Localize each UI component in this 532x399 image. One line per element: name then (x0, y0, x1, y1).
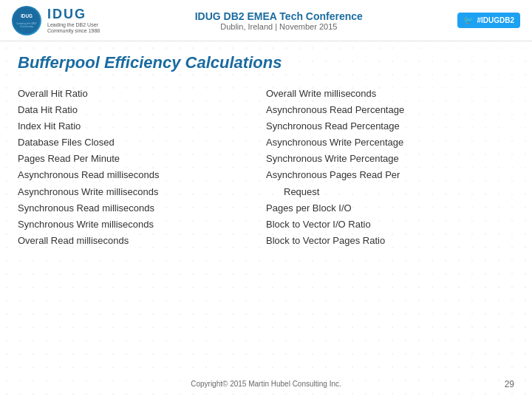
footer-copyright: Copyright© 2015 Martin Hubel Consulting … (183, 380, 349, 388)
svg-text:Leading the DB2: Leading the DB2 (17, 21, 37, 24)
logo-tagline2: Community since 1988 (47, 28, 100, 34)
page-number: 29 (505, 379, 514, 389)
svg-text:Community: Community (20, 25, 33, 28)
list-item: Pages per Block I/O (266, 200, 499, 216)
svg-text:IDUG: IDUG (21, 13, 33, 18)
left-column: Overall Hit Ratio Data Hit Ratio Index H… (18, 86, 266, 249)
logo-text: IDUG Leading the DB2 User Community sinc… (47, 7, 100, 35)
logo-area: IDUG Leading the DB2 Community IDUG Lead… (12, 6, 100, 35)
twitter-handle: #IDUGDB2 (477, 16, 514, 24)
list-item: Database Files Closed (18, 134, 251, 151)
list-item: Asynchronous Pages Read Per (266, 167, 499, 183)
list-item: Request (266, 184, 499, 200)
page-header: IDUG Leading the DB2 Community IDUG Lead… (0, 0, 532, 41)
main-content: Bufferpool Efficiency Calculations Overa… (0, 41, 532, 261)
logo-tagline: Leading the DB2 User (47, 22, 100, 28)
list-item: Asynchronous Write milliseconds (18, 184, 251, 200)
list-item: Synchronous Read milliseconds (18, 200, 251, 216)
list-item: Pages Read Per Minute (18, 151, 251, 167)
page-footer: Copyright© 2015 Martin Hubel Consulting … (0, 377, 532, 390)
twitter-badge: 🐦 #IDUGDB2 (457, 13, 520, 28)
logo-idug-label: IDUG (47, 7, 100, 22)
page-title: Bufferpool Efficiency Calculations (18, 53, 514, 72)
list-item: Data Hit Ratio (18, 102, 251, 118)
list-item: Overall Write milliseconds (266, 86, 499, 102)
header-center: IDUG DB2 EMEA Tech Conference Dublin, Ir… (100, 10, 457, 31)
conference-title: IDUG DB2 EMEA Tech Conference (100, 10, 457, 22)
list-item: Asynchronous Read Percentage (266, 102, 499, 118)
logo-circle: IDUG Leading the DB2 Community (12, 6, 41, 35)
svg-point-0 (13, 7, 40, 34)
list-item: Synchronous Read Percentage (266, 118, 499, 134)
list-item: Synchronous Write Percentage (266, 151, 499, 167)
list-item: Asynchronous Write Percentage (266, 134, 499, 151)
right-column: Overall Write milliseconds Asynchronous … (266, 86, 514, 249)
lists-container: Overall Hit Ratio Data Hit Ratio Index H… (18, 86, 514, 249)
list-item: Overall Hit Ratio (18, 86, 251, 102)
twitter-icon: 🐦 (463, 16, 474, 25)
list-item: Index Hit Ratio (18, 118, 251, 134)
list-item: Overall Read milliseconds (18, 233, 251, 249)
list-item: Synchronous Write milliseconds (18, 216, 251, 233)
list-item: Block to Vector Pages Ratio (266, 233, 499, 249)
list-item: Block to Vector I/O Ratio (266, 216, 499, 233)
list-item: Asynchronous Read milliseconds (18, 167, 251, 183)
header-right: 🐦 #IDUGDB2 (457, 13, 520, 28)
conference-subtitle: Dublin, Ireland | November 2015 (100, 22, 457, 31)
